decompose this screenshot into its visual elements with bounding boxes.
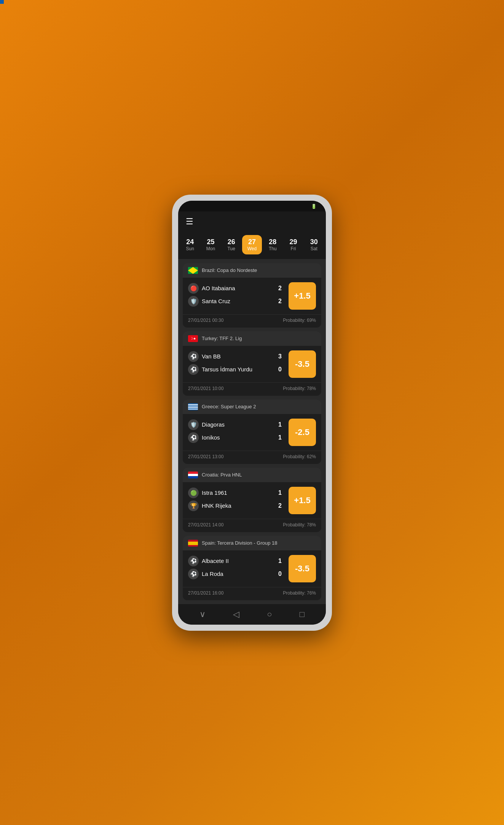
phone-frame: 🔋 ☰ 24 Sun 25 Mon 26 Tue 27 Wed 28 Thu 2…: [172, 195, 332, 631]
team1-row: 🟢 Istra 1961 1: [188, 488, 285, 498]
team1-name: Diagoras: [202, 421, 275, 428]
teams-section: ⚽ Van BB 3 ⚽ Tarsus İdman Yurdu 0: [188, 351, 285, 377]
down-button[interactable]: ∨: [199, 609, 206, 619]
date-item-sat[interactable]: 30 Sat: [304, 235, 324, 254]
team1-name: Van BB: [202, 353, 275, 360]
svg-marker-1: [189, 268, 197, 273]
match-body: 🔴 AO Itabaiana 2 🛡️ Santa Cruz 2 +1.5: [183, 278, 321, 314]
battery-icon: 🔋: [311, 204, 317, 209]
match-footer: 27/01/2021 16:00 Probability: 76%: [183, 587, 321, 600]
league-name: Brazil: Copa do Nordeste: [202, 267, 257, 273]
match-content: ⚽ Albacete II 1 ⚽ La Roda 0 -3.5: [188, 555, 316, 582]
team1-score: 2: [278, 285, 282, 292]
team1-row: 🛡️ Diagoras 1: [188, 419, 285, 430]
match-footer: 27/01/2021 10:00 Probability: 78%: [183, 382, 321, 396]
team2-name: Tarsus İdman Yurdu: [202, 366, 275, 373]
date-item-mon[interactable]: 25 Mon: [201, 235, 220, 254]
team1-score: 1: [278, 489, 282, 496]
match-content: 🛡️ Diagoras 1 ⚽ Ionikos 1 -2.5: [188, 419, 316, 446]
teams-section: ⚽ Albacete II 1 ⚽ La Roda 0: [188, 556, 285, 582]
team2-icon: 🏆: [188, 500, 199, 511]
team1-score: 1: [278, 421, 282, 428]
date-item-fri[interactable]: 29 Fri: [284, 235, 303, 254]
team2-row: 🛡️ Santa Cruz 2: [188, 296, 285, 307]
menu-icon[interactable]: ☰: [186, 217, 193, 227]
teams-section: 🔴 AO Itabaiana 2 🛡️ Santa Cruz 2: [188, 283, 285, 309]
home-button[interactable]: ○: [267, 609, 272, 619]
team1-name: AO Itabaiana: [202, 285, 275, 291]
team2-row: ⚽ La Roda 0: [188, 569, 285, 579]
flag-brazil: [188, 267, 198, 274]
match-content: 🔴 AO Itabaiana 2 🛡️ Santa Cruz 2 +1.5: [188, 282, 316, 310]
match-probability: Probability: 62%: [283, 454, 316, 459]
team1-name: Istra 1961: [202, 489, 275, 496]
date-day-label: Sat: [311, 246, 317, 251]
date-number: 28: [269, 238, 276, 246]
date-number: 24: [186, 238, 194, 246]
team2-score: 0: [278, 571, 282, 577]
match-card-2: Greece: Super League 2 🛡️ Diagoras 1 ⚽ I…: [183, 400, 321, 464]
team2-icon: ⚽: [188, 432, 199, 443]
odds-badge[interactable]: -3.5: [289, 555, 316, 582]
status-right: 🔋: [311, 204, 318, 209]
date-number: 27: [248, 238, 256, 246]
match-card-4: Spain: Tercera Division - Group 18 ⚽ Alb…: [183, 536, 321, 600]
match-datetime: 27/01/2021 13:00: [188, 454, 223, 459]
svg-point-2: [191, 269, 195, 272]
odds-badge[interactable]: +1.5: [289, 487, 316, 514]
team1-name: Albacete II: [202, 558, 275, 564]
back-button[interactable]: ◁: [233, 609, 239, 619]
matches-content: Brazil: Copa do Nordeste 🔴 AO Itabaiana …: [178, 259, 326, 604]
date-day-label: Fri: [291, 246, 296, 251]
league-name: Turkey: TFF 2. Lig: [202, 336, 242, 341]
league-name: Spain: Tercera Division - Group 18: [202, 540, 277, 546]
match-card-3: Croatia: Prva HNL 🟢 Istra 1961 1 🏆 HNK R…: [183, 468, 321, 532]
recent-button[interactable]: □: [300, 609, 305, 619]
flag-spain: [188, 540, 198, 547]
league-header: Spain: Tercera Division - Group 18: [183, 536, 321, 550]
team1-score: 3: [278, 353, 282, 360]
date-number: 29: [290, 238, 297, 246]
match-footer: 27/01/2021 13:00 Probability: 62%: [183, 451, 321, 464]
team1-row: ⚽ Albacete II 1: [188, 556, 285, 566]
date-navigation: 24 Sun 25 Mon 26 Tue 27 Wed 28 Thu 29 Fr…: [178, 232, 326, 259]
team2-name: Santa Cruz: [202, 298, 275, 304]
match-body: ⚽ Albacete II 1 ⚽ La Roda 0 -3.5: [183, 550, 321, 587]
match-probability: Probability: 69%: [283, 318, 316, 323]
bottom-navigation: ∨ ◁ ○ □: [178, 604, 326, 625]
team2-name: La Roda: [202, 571, 275, 577]
date-day-label: Thu: [269, 246, 277, 251]
team1-icon: 🛡️: [188, 419, 199, 430]
odds-badge[interactable]: -2.5: [289, 419, 316, 446]
team1-icon: 🔴: [188, 283, 199, 294]
league-header: Greece: Super League 2: [183, 400, 321, 414]
date-number: 30: [310, 238, 318, 246]
app-header: ☰: [178, 211, 326, 232]
team2-name: HNK Rijeka: [202, 502, 275, 509]
odds-badge[interactable]: +1.5: [289, 282, 316, 310]
date-item-sun[interactable]: 24 Sun: [180, 235, 200, 254]
date-item-tue[interactable]: 26 Tue: [222, 235, 241, 254]
team1-icon: ⚽: [188, 351, 199, 362]
match-datetime: 27/01/2021 10:00: [188, 386, 223, 391]
date-number: 25: [207, 238, 214, 246]
flag-croatia: [188, 472, 198, 478]
team2-score: 2: [278, 298, 282, 305]
match-card-0: Brazil: Copa do Nordeste 🔴 AO Itabaiana …: [183, 263, 321, 328]
match-probability: Probability: 78%: [283, 522, 316, 528]
team2-score: 1: [278, 434, 282, 441]
match-footer: 27/01/2021 00:30 Probability: 69%: [183, 314, 321, 328]
date-item-wed[interactable]: 27 Wed: [242, 235, 262, 254]
match-footer: 27/01/2021 14:00 Probability: 78%: [183, 519, 321, 532]
match-body: ⚽ Van BB 3 ⚽ Tarsus İdman Yurdu 0 -3.5: [183, 346, 321, 382]
team2-name: Ionikos: [202, 434, 275, 441]
match-datetime: 27/01/2021 00:30: [188, 318, 223, 323]
odds-badge[interactable]: -3.5: [289, 350, 316, 378]
team2-score: 0: [278, 366, 282, 373]
team2-row: 🏆 HNK Rijeka 2: [188, 500, 285, 511]
teams-section: 🟢 Istra 1961 1 🏆 HNK Rijeka 2: [188, 488, 285, 513]
team1-row: 🔴 AO Itabaiana 2: [188, 283, 285, 294]
match-card-1: ☽★ Turkey: TFF 2. Lig ⚽ Van BB 3 ⚽ Tarsu…: [183, 331, 321, 396]
date-day-label: Mon: [206, 246, 215, 251]
date-item-thu[interactable]: 28 Thu: [263, 235, 282, 254]
